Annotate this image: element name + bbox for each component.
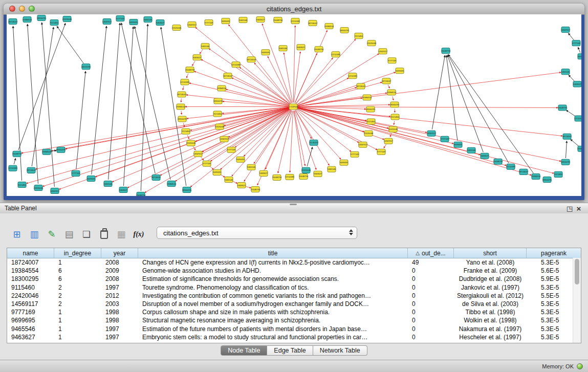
network-node[interactable]: 19384554 — [176, 104, 186, 110]
network-node[interactable]: 22420046 — [172, 25, 182, 31]
network-node[interactable]: 19448794 — [314, 47, 324, 52]
network-edge[interactable] — [297, 87, 357, 105]
network-edge[interactable] — [297, 107, 558, 108]
network-node[interactable]: 9465546 — [279, 46, 288, 51]
network-edge[interactable] — [221, 174, 225, 177]
network-node[interactable]: 9463627 — [297, 45, 306, 50]
network-node[interactable]: 22420046 — [62, 16, 72, 22]
network-node[interactable]: 9465546 — [104, 181, 113, 186]
network-node[interactable]: 22420046 — [388, 126, 398, 132]
network-node[interactable]: 19448794 — [493, 159, 503, 164]
network-edge[interactable] — [384, 144, 386, 148]
network-node[interactable]: 12152481 — [231, 62, 241, 68]
network-edge[interactable] — [195, 28, 290, 104]
minimize-window-icon[interactable] — [19, 6, 25, 12]
network-edge[interactable] — [284, 53, 293, 103]
network-edge[interactable] — [567, 110, 576, 116]
close-panel-icon[interactable]: × — [574, 204, 583, 212]
network-node[interactable]: 9699695 — [340, 160, 349, 165]
table-row[interactable]: 969969511998Structural magnetic resonanc… — [7, 316, 581, 324]
network-node[interactable]: 12152481 — [348, 73, 358, 79]
network-node[interactable]: 9115460 — [18, 182, 27, 187]
table-row[interactable]: 911546021997Tourette syndrome. Phenomeno… — [7, 283, 581, 292]
network-node[interactable]: 12152481 — [506, 164, 516, 169]
network-edge[interactable] — [254, 63, 291, 104]
network-node[interactable]: 20651090 — [81, 64, 91, 70]
network-node[interactable]: 18724007 — [308, 20, 318, 26]
network-node[interactable]: 9115460 — [554, 171, 563, 177]
network-node[interactable]: 9699695 — [236, 157, 245, 162]
network-node[interactable]: 9699695 — [454, 142, 463, 147]
network-node[interactable]: 9699695 — [87, 176, 96, 181]
network-edge[interactable] — [123, 27, 133, 186]
network-edge[interactable] — [297, 107, 554, 173]
network-node[interactable]: 12152481 — [180, 79, 190, 85]
network-node[interactable]: 19448794 — [441, 48, 451, 54]
network-node[interactable]: 9115460 — [391, 114, 400, 120]
zoom-window-icon[interactable] — [29, 6, 35, 12]
network-node[interactable]: 14569117 — [561, 27, 571, 33]
network-node[interactable]: 18300295 — [366, 106, 376, 112]
network-edge[interactable] — [448, 55, 533, 173]
network-edge[interactable] — [121, 23, 155, 173]
network-node[interactable]: 14569117 — [378, 49, 388, 54]
network-node[interactable]: 18724007 — [519, 169, 529, 174]
network-edge[interactable] — [232, 110, 291, 177]
network-node[interactable]: 19384554 — [362, 95, 372, 100]
network-edge[interactable] — [223, 101, 289, 106]
network-node[interactable]: 9465546 — [144, 17, 153, 23]
network-node[interactable]: 22420046 — [215, 124, 225, 129]
network-node[interactable]: 9777169 — [388, 58, 397, 63]
network-node[interactable]: 9465546 — [225, 177, 233, 182]
network-edge[interactable] — [200, 50, 203, 54]
tab-edge-table[interactable]: Edge Table — [267, 345, 313, 356]
network-node[interactable]: 9465546 — [247, 164, 256, 170]
network-node[interactable]: 9115460 — [367, 119, 376, 124]
network-node[interactable]: 9777169 — [572, 40, 581, 46]
network-node[interactable]: 19448794 — [558, 105, 568, 111]
network-edge[interactable] — [254, 110, 291, 163]
network-edge[interactable] — [145, 109, 290, 193]
network-node[interactable]: 14569117 — [384, 138, 394, 144]
network-node[interactable]: 19448794 — [272, 174, 282, 180]
network-node[interactable]: 9115460 — [50, 20, 59, 26]
network-node[interactable]: 22420046 — [364, 130, 374, 136]
network-node[interactable]: 9777169 — [116, 16, 125, 21]
column-header-pagerank[interactable]: pagerank — [527, 248, 581, 258]
network-edge[interactable] — [141, 24, 147, 191]
column-visibility-icon[interactable]: ▥ — [27, 227, 42, 242]
network-node[interactable]: 22420046 — [367, 40, 377, 46]
column-header-year[interactable]: year — [101, 248, 138, 258]
vertical-scrollbar[interactable] — [573, 258, 581, 343]
network-edge[interactable] — [268, 56, 291, 103]
network-node[interactable]: 18724007 — [223, 73, 233, 79]
network-edge[interactable] — [189, 83, 289, 105]
window-titlebar[interactable]: citations_edges.txt — [4, 4, 584, 15]
network-node[interactable]: 9463627 — [314, 171, 322, 177]
network-edge[interactable] — [13, 26, 22, 181]
network-node[interactable]: 18724007 — [151, 174, 161, 180]
network-edge[interactable] — [290, 111, 293, 172]
network-node[interactable]: 18724007 — [382, 78, 391, 84]
network-node[interactable]: 9465546 — [561, 69, 570, 75]
network-node[interactable]: 9777169 — [203, 161, 211, 166]
network-edge[interactable] — [432, 55, 445, 129]
network-node[interactable]: 9463627 — [237, 182, 246, 188]
network-node[interactable]: 9115460 — [213, 111, 222, 117]
network-edge[interactable] — [446, 55, 458, 141]
network-node[interactable]: 19384554 — [531, 173, 541, 179]
network-node[interactable]: 18300295 — [561, 159, 571, 165]
table-row[interactable]: 1830029562008Estimation of significance … — [7, 275, 581, 283]
network-node[interactable]: 18724007 — [356, 83, 366, 89]
network-node[interactable]: 9463627 — [256, 17, 265, 23]
network-node[interactable]: 9699695 — [262, 50, 270, 55]
network-edge[interactable] — [186, 74, 188, 78]
network-node[interactable]: 19384554 — [324, 24, 334, 29]
network-edge[interactable] — [239, 68, 290, 104]
network-node[interactable]: 14569117 — [427, 130, 437, 136]
network-node[interactable]: 18724007 — [27, 167, 36, 173]
network-edge[interactable] — [42, 23, 55, 187]
network-edge[interactable] — [76, 71, 85, 169]
network-node[interactable]: 9699695 — [213, 169, 222, 175]
network-edge[interactable] — [32, 27, 53, 166]
